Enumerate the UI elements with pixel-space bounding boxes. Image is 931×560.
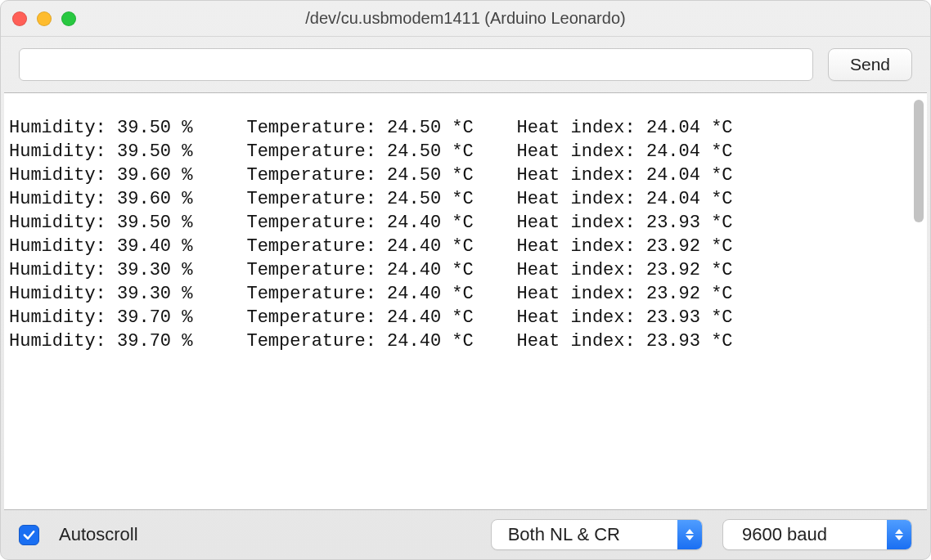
minimize-icon[interactable] [37,11,52,26]
close-icon[interactable] [12,11,27,26]
chevron-down-icon [686,535,694,540]
baud-rate-select[interactable]: 9600 baud [722,519,912,550]
scrollbar-thumb[interactable] [914,100,924,222]
line-ending-value: Both NL & CR [492,524,677,545]
serial-output-text: Humidity: 39.50 % Temperature: 24.50 *C … [4,111,911,491]
chevron-up-icon [686,529,694,534]
chevron-down-icon [895,535,903,540]
baud-rate-value: 9600 baud [723,524,887,545]
vertical-scrollbar[interactable] [914,100,924,503]
autoscroll-label: Autoscroll [59,524,138,545]
zoom-icon[interactable] [61,11,76,26]
chevron-up-icon [895,529,903,534]
serial-output-pane: Humidity: 39.50 % Temperature: 24.50 *C … [4,92,927,510]
bottom-toolbar: Autoscroll Both NL & CR 9600 baud [1,510,930,559]
window-title: /dev/cu.usbmodem1411 (Arduino Leonardo) [1,9,930,28]
check-icon [22,528,36,542]
autoscroll-checkbox[interactable] [19,525,39,545]
select-stepper-icon [677,520,702,549]
command-row: Send [1,37,930,92]
window-controls [12,11,76,26]
send-button[interactable]: Send [828,48,912,81]
titlebar: /dev/cu.usbmodem1411 (Arduino Leonardo) [1,1,930,37]
line-ending-select[interactable]: Both NL & CR [491,519,703,550]
serial-monitor-window: /dev/cu.usbmodem1411 (Arduino Leonardo) … [0,0,931,560]
serial-input[interactable] [19,48,813,81]
select-stepper-icon [887,520,911,549]
